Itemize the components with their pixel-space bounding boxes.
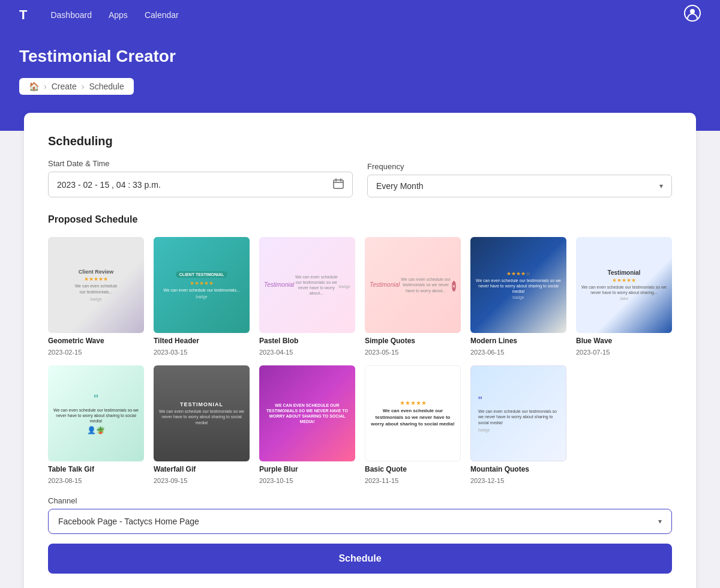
frequency-value: Every Month bbox=[376, 181, 424, 191]
template-name-tilted-header: Tilted Header bbox=[154, 337, 250, 345]
frequency-group: Frequency Every Month ▾ bbox=[367, 162, 672, 197]
template-card-mountain-quotes[interactable]: " We can even schedule our testimonials … bbox=[470, 365, 566, 484]
template-grid-row1: Client Review ★★★★★ We can even schedule… bbox=[48, 237, 672, 356]
template-date-table-talk: 2023-08-15 bbox=[48, 477, 144, 484]
template-name-mountain-quotes: Mountain Quotes bbox=[470, 465, 566, 473]
template-name-geometric-wave: Geometric Wave bbox=[48, 337, 144, 345]
template-card-blue-wave[interactable]: Testimonial ★★★★★ We can even schedule o… bbox=[576, 237, 672, 356]
template-date-basic-quote: 2023-11-15 bbox=[365, 477, 461, 484]
template-thumb-basic-quote: ★★★★★ We can even schedule our testimoni… bbox=[365, 365, 461, 461]
template-date-blue-wave: 2023-07-15 bbox=[576, 349, 672, 356]
breadcrumb: 🏠 › Create › Schedule bbox=[19, 78, 134, 95]
schedule-button[interactable]: Schedule bbox=[48, 544, 672, 574]
template-date-pastel-blob: 2023-04-15 bbox=[259, 349, 355, 356]
template-thumb-pastel-blob: Testimonial We can even schedule our tes… bbox=[259, 237, 355, 333]
template-card-basic-quote[interactable]: ★★★★★ We can even schedule our testimoni… bbox=[365, 365, 461, 484]
template-card-waterfall[interactable]: TESTIMONIAL We can even schedule our tes… bbox=[154, 365, 250, 484]
user-avatar-icon[interactable] bbox=[684, 5, 701, 25]
template-grid-empty bbox=[576, 365, 672, 484]
chevron-down-icon: ▾ bbox=[659, 182, 663, 190]
template-card-pastel-blob[interactable]: Testimonial We can even schedule our tes… bbox=[259, 237, 355, 356]
template-thumb-simple-quotes: Testimonial We can even schedule our tes… bbox=[365, 237, 461, 333]
template-thumb-purple-blur: WE CAN EVEN SCHEDULE OUR TESTIMONIALS SO… bbox=[259, 365, 355, 461]
template-date-geometric-wave: 2023-02-15 bbox=[48, 349, 144, 356]
date-value: 2023 - 02 - 15 , 04 : 33 p.m. bbox=[57, 180, 161, 190]
template-card-modern-lines[interactable]: ★★★★☆ We can even schedule our testimoni… bbox=[470, 237, 566, 356]
template-thumb-mountain-quotes: " We can even schedule our testimonials … bbox=[470, 365, 566, 461]
template-name-pastel-blob: Pastel Blob bbox=[259, 337, 355, 345]
date-group: Start Date & Time 2023 - 02 - 15 , 04 : … bbox=[48, 159, 353, 197]
nav-dashboard[interactable]: Dashboard bbox=[50, 10, 92, 20]
template-thumb-table-talk: " We can even schedule our testimonials … bbox=[48, 365, 144, 461]
template-grid-row2: " We can even schedule our testimonials … bbox=[48, 365, 672, 484]
template-name-purple-blur: Purple Blur bbox=[259, 465, 355, 473]
template-date-waterfall: 2023-09-15 bbox=[154, 477, 250, 484]
page-title: Testimonial Creator bbox=[19, 47, 701, 66]
channel-section: Channel Facebook Page - Tactycs Home Pag… bbox=[48, 496, 672, 534]
channel-value: Facebook Page - Tactycs Home Page bbox=[58, 517, 199, 526]
template-thumb-waterfall: TESTIMONIAL We can even schedule our tes… bbox=[154, 365, 250, 461]
nav-calendar[interactable]: Calendar bbox=[145, 10, 179, 20]
app-logo: T bbox=[19, 7, 26, 23]
frequency-label: Frequency bbox=[367, 162, 672, 171]
template-thumb-modern-lines: ★★★★☆ We can even schedule our testimoni… bbox=[470, 237, 566, 333]
nav-apps[interactable]: Apps bbox=[109, 10, 128, 20]
template-name-basic-quote: Basic Quote bbox=[365, 465, 461, 473]
template-name-simple-quotes: Simple Quotes bbox=[365, 337, 461, 345]
template-name-waterfall: Waterfall Gif bbox=[154, 465, 250, 473]
template-card-table-talk[interactable]: " We can even schedule our testimonials … bbox=[48, 365, 144, 484]
frequency-select[interactable]: Every Month ▾ bbox=[367, 175, 672, 197]
template-card-tilted-header[interactable]: Client Testimonial ★★★★★ We can even sch… bbox=[154, 237, 250, 356]
breadcrumb-schedule[interactable]: Schedule bbox=[89, 82, 124, 91]
navigation: T Dashboard Apps Calendar bbox=[0, 0, 720, 30]
template-date-modern-lines: 2023-06-15 bbox=[470, 349, 566, 356]
home-icon[interactable]: 🏠 bbox=[29, 82, 39, 91]
calendar-icon bbox=[333, 178, 344, 191]
scheduling-title: Scheduling bbox=[48, 134, 672, 148]
main-card: Scheduling Start Date & Time 2023 - 02 -… bbox=[24, 113, 696, 588]
nav-links: Dashboard Apps Calendar bbox=[50, 10, 684, 20]
chevron-down-icon: ▾ bbox=[658, 517, 662, 526]
template-name-blue-wave: Blue Wave bbox=[576, 337, 672, 345]
svg-rect-2 bbox=[334, 180, 343, 188]
template-date-purple-blur: 2023-10-15 bbox=[259, 477, 355, 484]
date-label: Start Date & Time bbox=[48, 159, 353, 168]
scheduling-form: Start Date & Time 2023 - 02 - 15 , 04 : … bbox=[48, 159, 672, 197]
date-input[interactable]: 2023 - 02 - 15 , 04 : 33 p.m. bbox=[48, 172, 353, 197]
channel-select[interactable]: Facebook Page - Tactycs Home Page ▾ bbox=[48, 509, 672, 534]
template-date-mountain-quotes: 2023-12-15 bbox=[470, 477, 566, 484]
svg-point-1 bbox=[690, 9, 695, 14]
proposed-title: Proposed Schedule bbox=[48, 214, 672, 225]
template-card-geometric-wave[interactable]: Client Review ★★★★★ We can even schedule… bbox=[48, 237, 144, 356]
template-date-tilted-header: 2023-03-15 bbox=[154, 349, 250, 356]
template-card-simple-quotes[interactable]: Testimonial We can even schedule our tes… bbox=[365, 237, 461, 356]
channel-label: Channel bbox=[48, 496, 672, 505]
template-thumb-blue-wave: Testimonial ★★★★★ We can even schedule o… bbox=[576, 237, 672, 333]
breadcrumb-create[interactable]: Create bbox=[52, 82, 77, 91]
template-thumb-tilted-header: Client Testimonial ★★★★★ We can even sch… bbox=[154, 237, 250, 333]
template-thumb-geometric-wave: Client Review ★★★★★ We can even schedule… bbox=[48, 237, 144, 333]
template-card-purple-blur[interactable]: WE CAN EVEN SCHEDULE OUR TESTIMONIALS SO… bbox=[259, 365, 355, 484]
template-name-table-talk: Table Talk Gif bbox=[48, 465, 144, 473]
template-date-simple-quotes: 2023-05-15 bbox=[365, 349, 461, 356]
template-name-modern-lines: Modern Lines bbox=[470, 337, 566, 345]
